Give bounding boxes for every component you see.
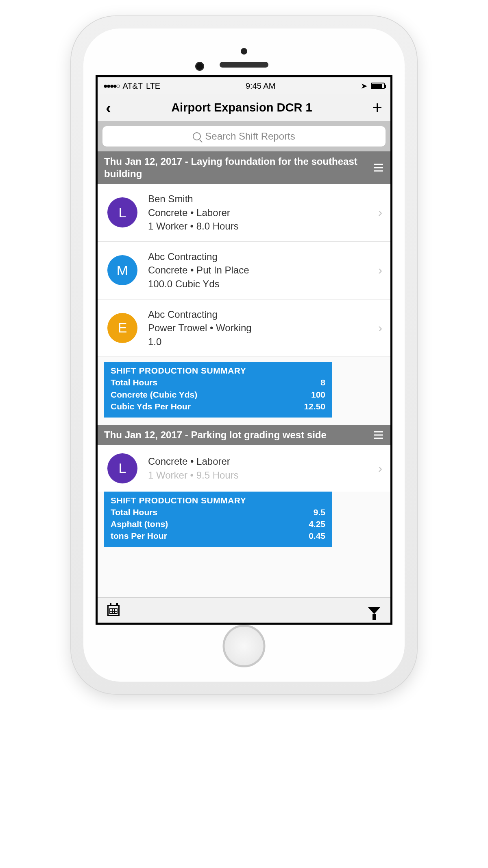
avatar-badge: L	[107, 453, 137, 483]
shift-summary: SHIFT PRODUCTION SUMMARY Total Hours8 Co…	[104, 362, 332, 417]
search-icon	[193, 132, 201, 140]
row-line3: 100.0 Cubic Yds	[148, 277, 368, 291]
nav-bar: ‹ Airport Expansion DCR 1 +	[98, 94, 390, 121]
summary-value: 9.5	[314, 506, 325, 518]
front-sensor	[241, 48, 247, 55]
bottom-toolbar	[98, 597, 390, 623]
filter-icon[interactable]	[368, 607, 381, 614]
summary-value: 12.50	[304, 400, 325, 412]
avatar-badge: L	[107, 197, 137, 227]
chevron-right-icon: ›	[378, 321, 382, 335]
list-item[interactable]: L Ben Smith Concrete • Laborer 1 Worker …	[98, 184, 390, 242]
row-line2: Concrete • Put In Place	[148, 263, 368, 277]
search-container: Search Shift Reports	[98, 121, 390, 151]
status-time: 9:45 AM	[246, 81, 275, 91]
status-bar: ●●●●○ AT&T LTE 9:45 AM ➤	[98, 77, 390, 94]
search-placeholder: Search Shift Reports	[205, 131, 295, 142]
row-line3: 1.0	[148, 335, 368, 349]
row-line3: 1 Worker • 8.0 Hours	[148, 219, 368, 233]
speaker	[220, 62, 268, 68]
row-line2: Power Trowel • Working	[148, 321, 368, 335]
summary-label: Total Hours	[111, 376, 157, 388]
front-camera	[195, 62, 204, 71]
calendar-icon[interactable]	[107, 605, 120, 616]
avatar-badge: E	[107, 313, 137, 343]
hamburger-icon[interactable]	[374, 164, 383, 172]
row-line1: Ben Smith	[148, 192, 368, 206]
summary-value: 0.45	[309, 530, 325, 542]
signal-dots-icon: ●●●●○	[103, 82, 119, 90]
screen: ●●●●○ AT&T LTE 9:45 AM ➤ ‹ Airport Expan…	[96, 75, 392, 625]
location-icon: ➤	[361, 81, 368, 91]
row-line2: Concrete • Laborer	[148, 455, 368, 468]
summary-title: SHIFT PRODUCTION SUMMARY	[111, 496, 325, 505]
summary-label: Asphalt (tons)	[111, 518, 168, 530]
network-label: LTE	[146, 81, 160, 91]
chevron-right-icon: ›	[378, 263, 382, 277]
summary-value: 100	[311, 389, 325, 400]
section-title: Thu Jan 12, 2017 - Parking lot grading w…	[104, 429, 327, 440]
search-input[interactable]: Search Shift Reports	[102, 126, 386, 146]
hamburger-icon[interactable]	[374, 431, 383, 439]
section-title: Thu Jan 12, 2017 - Laying foundation for…	[104, 156, 357, 179]
scroll-area[interactable]: Thu Jan 12, 2017 - Laying foundation for…	[98, 151, 390, 623]
shift-summary: SHIFT PRODUCTION SUMMARY Total Hours9.5 …	[104, 492, 332, 547]
page-title: Airport Expansion DCR 1	[111, 101, 372, 114]
summary-value: 4.25	[309, 518, 325, 530]
row-line2: Concrete • Laborer	[148, 206, 368, 220]
summary-value: 8	[320, 376, 325, 388]
summary-label: tons Per Hour	[111, 530, 167, 542]
list-item[interactable]: E Abc Contracting Power Trowel • Working…	[98, 300, 390, 357]
list-item[interactable]: L Concrete • Laborer 1 Worker • 9.5 Hour…	[98, 445, 390, 492]
add-button[interactable]: +	[372, 99, 382, 116]
section-header[interactable]: Thu Jan 12, 2017 - Parking lot grading w…	[98, 425, 390, 445]
phone-inner: ●●●●○ AT&T LTE 9:45 AM ➤ ‹ Airport Expan…	[83, 28, 405, 682]
battery-icon	[371, 83, 385, 89]
summary-title: SHIFT PRODUCTION SUMMARY	[111, 366, 325, 376]
list-item[interactable]: M Abc Contracting Concrete • Put In Plac…	[98, 242, 390, 300]
back-button[interactable]: ‹	[106, 100, 111, 116]
chevron-right-icon: ›	[378, 206, 382, 219]
chevron-right-icon: ›	[378, 461, 382, 475]
row-line1: Abc Contracting	[148, 308, 368, 321]
row-line1: Abc Contracting	[148, 250, 368, 264]
summary-label: Total Hours	[111, 506, 157, 518]
phone-frame: ●●●●○ AT&T LTE 9:45 AM ➤ ‹ Airport Expan…	[71, 16, 417, 694]
summary-label: Concrete (Cubic Yds)	[111, 389, 197, 400]
home-button[interactable]	[223, 625, 266, 667]
carrier-label: AT&T	[122, 81, 143, 91]
section-header[interactable]: Thu Jan 12, 2017 - Laying foundation for…	[98, 151, 390, 184]
avatar-badge: M	[107, 255, 137, 285]
row-line3: 1 Worker • 9.5 Hours	[148, 468, 368, 482]
summary-label: Cubic Yds Per Hour	[111, 400, 191, 412]
